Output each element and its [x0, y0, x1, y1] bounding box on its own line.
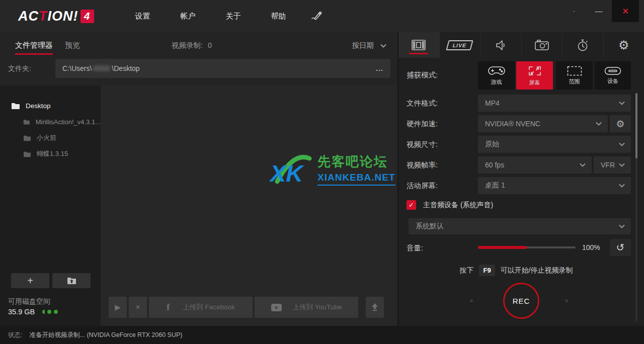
- video-size-row: 视频尺寸: 原始: [398, 136, 644, 153]
- disk-usage-dot: [54, 310, 58, 314]
- facebook-icon: f: [167, 302, 170, 313]
- add-folder-button[interactable]: +: [11, 273, 49, 288]
- audio-device-select[interactable]: 系统默认: [409, 218, 631, 234]
- tree-item-mirillis[interactable]: MirillisAction!_v4.3.1...: [0, 114, 101, 130]
- file-actions-toolbar: ▶ × f 上传到 Facebook 上传到 YouTube: [101, 297, 397, 318]
- sort-by-date-dropdown[interactable]: 按日期: [352, 41, 387, 50]
- minimize-button[interactable]: —: [586, 0, 612, 22]
- tree-item-hudie[interactable]: 蝴蝶1.3.15: [0, 146, 101, 162]
- recording-settings-panel: LIVE: [397, 32, 644, 326]
- upload-youtube-label: 上传到 YouTube: [293, 303, 342, 312]
- delete-button[interactable]: ×: [129, 297, 147, 318]
- folder-icon: [11, 102, 20, 110]
- title-bar: ACTION! 4 设置 帐户 关于 帮助 - — ×: [0, 0, 644, 32]
- hw-acceleration-row: 硬件加速: NVIDIA® NVENC ⚙: [398, 115, 644, 132]
- device-hdmi-icon: [604, 66, 621, 75]
- framerate-label: 视频帧率:: [407, 160, 438, 170]
- capture-mode-region[interactable]: 范围: [556, 61, 593, 90]
- chevron-down-icon: [619, 142, 625, 146]
- menu-account[interactable]: 帐户: [166, 12, 211, 21]
- app-logo: ACTION! 4: [18, 9, 94, 24]
- capture-mode-label: 捕获模式:: [407, 70, 438, 80]
- active-screen-select[interactable]: 桌面 1: [478, 177, 631, 194]
- upload-youtube-button[interactable]: 上传到 YouTube: [255, 297, 358, 318]
- redacted-username: [93, 65, 111, 71]
- scrollbar-thumb[interactable]: [635, 93, 637, 158]
- primary-audio-checkbox[interactable]: ✓: [407, 200, 416, 210]
- capture-mode-label-screen: 屏幕: [529, 79, 540, 87]
- primary-audio-row: ✓ 主音频设备 (系统声音): [407, 200, 493, 210]
- close-button[interactable]: ×: [612, 0, 639, 22]
- file-browser-body: Desktop MirillisAction!_v4.3.1... 小火箭 蝴蝶…: [0, 85, 397, 326]
- file-panel-header: 文件管理器 预览 视频录制:0 按日期: [0, 32, 397, 59]
- camera-icon: [535, 40, 549, 50]
- capture-mode-games[interactable]: 游戏: [478, 61, 515, 90]
- browse-folder-button[interactable]: ...: [376, 64, 383, 72]
- tab-audio-recording[interactable]: [480, 32, 522, 58]
- tab-preview[interactable]: 预览: [65, 41, 80, 50]
- capture-mode-label-region: 范围: [569, 78, 580, 85]
- chevron-down-icon: [619, 101, 625, 105]
- volume-slider[interactable]: [478, 246, 576, 248]
- hw-acceleration-label: 硬件加速:: [407, 119, 438, 129]
- screen-expand-icon: [527, 65, 542, 77]
- tab-video-recording[interactable]: [398, 32, 440, 58]
- logo-version-badge: 4: [80, 10, 94, 23]
- rec-button[interactable]: REC: [503, 283, 539, 319]
- recordings-list-area: XK 先客吧论坛 XIANKEBA.NET ▶ × f 上传到 Facebook: [101, 85, 397, 326]
- folder-icon: [23, 151, 31, 157]
- primary-audio-label: 主音频设备 (系统声音): [423, 201, 493, 210]
- vfr-value: VFR: [601, 161, 615, 169]
- tree-item-desktop[interactable]: Desktop: [0, 98, 101, 114]
- encoder-settings-button[interactable]: ⚙: [610, 115, 631, 132]
- tab-benchmark-timer[interactable]: [562, 32, 604, 58]
- volume-label: 音量:: [407, 243, 423, 253]
- tab-live-streaming[interactable]: LIVE: [440, 32, 481, 58]
- watermark: XK 先客吧论坛 XIANKEBA.NET: [269, 153, 395, 186]
- vfr-select[interactable]: VFR: [594, 156, 631, 174]
- video-size-select[interactable]: 原始: [478, 136, 631, 153]
- folder-path-input[interactable]: C:\Users\\Desktop ...: [55, 59, 390, 78]
- recordings-counter-label: 视频录制:: [172, 41, 203, 49]
- capture-mode-device[interactable]: 设备: [595, 61, 631, 90]
- framerate-select[interactable]: 60 fps: [478, 156, 592, 174]
- draw-pen-icon[interactable]: [310, 9, 324, 24]
- folder-path-row: 文件夹: C:\Users\\Desktop ...: [0, 59, 397, 85]
- file-format-select[interactable]: MP4: [478, 95, 631, 112]
- folder-up-icon: [67, 277, 76, 285]
- menu-help[interactable]: 帮助: [256, 12, 301, 21]
- youtube-icon: [271, 304, 282, 311]
- action4-app-window: ACTION! 4 设置 帐户 关于 帮助 - — × 文件管理器: [0, 0, 644, 344]
- status-message: 准备开始视频录制... (NVIDIA GeForce RTX 2060 SUP…: [29, 331, 182, 339]
- capture-mode-screen[interactable]: 屏幕: [516, 61, 553, 90]
- chevron-down-icon: [580, 163, 586, 167]
- tree-item-xiaohuojian[interactable]: 小火箭: [0, 130, 101, 146]
- upload-facebook-label: 上传到 Facebook: [183, 303, 235, 312]
- disk-usage-dot: [47, 310, 51, 314]
- svg-text:XK: XK: [269, 160, 304, 186]
- menu-about[interactable]: 关于: [211, 12, 256, 21]
- export-button[interactable]: [366, 297, 384, 318]
- active-tab-underline: [15, 53, 53, 55]
- live-icon: LIVE: [446, 40, 473, 50]
- gear-icon: ⚙: [618, 38, 629, 52]
- play-button[interactable]: ▶: [109, 297, 127, 318]
- upload-facebook-button[interactable]: f 上传到 Facebook: [149, 297, 253, 318]
- menu-settings[interactable]: 设置: [120, 12, 166, 21]
- sort-label: 按日期: [352, 41, 374, 50]
- tab-settings[interactable]: ⚙: [604, 32, 644, 58]
- panel-scrollbar[interactable]: [635, 93, 637, 322]
- active-tab-underline: [409, 53, 428, 54]
- tab-file-manager[interactable]: 文件管理器: [15, 41, 53, 50]
- volume-reset-button[interactable]: ↺: [610, 239, 631, 256]
- hw-acceleration-value: NVIDIA® NVENC: [485, 120, 540, 128]
- tab-screenshots[interactable]: [522, 32, 563, 58]
- import-folder-button[interactable]: [52, 273, 91, 288]
- status-label: 状态:: [8, 331, 22, 339]
- tray-icon[interactable]: -: [562, 0, 586, 22]
- hw-acceleration-select[interactable]: NVIDIA® NVENC: [478, 115, 608, 132]
- disk-space-row: 35.9 GB: [8, 308, 58, 316]
- recordings-counter: 视频录制:0: [172, 41, 212, 50]
- watermark-site: XIANKEBA.NET: [317, 172, 395, 186]
- hotkey-key-badge: F9: [479, 265, 495, 276]
